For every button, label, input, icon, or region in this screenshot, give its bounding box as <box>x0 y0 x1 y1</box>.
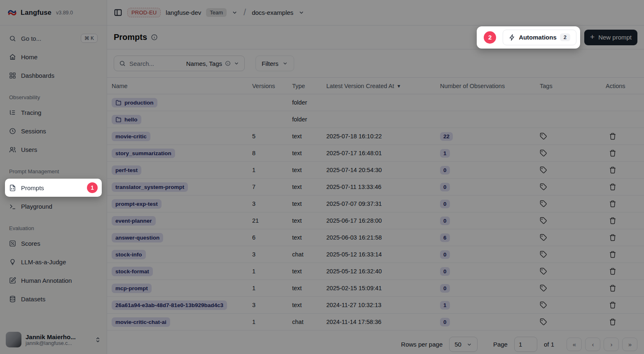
prompt-name-badge[interactable]: movie-critic-chat-ai <box>112 317 170 327</box>
delete-trash-icon[interactable] <box>609 284 616 292</box>
versions-cell: 1 <box>248 285 288 291</box>
prompt-name-badge[interactable]: perf-test <box>112 165 141 175</box>
sidebar-item-playground[interactable]: Playground <box>5 198 102 214</box>
sidebar-item-scores[interactable]: Scores <box>5 235 102 251</box>
sidebar-item-users[interactable]: Users <box>5 142 102 157</box>
table-row[interactable]: productionfolder <box>107 94 644 111</box>
column-header-created[interactable]: Latest Version Created At▼ <box>322 83 436 89</box>
new-prompt-button[interactable]: + New prompt <box>584 30 637 45</box>
table-row[interactable]: stock-format1text2025-05-12 16:32:400 <box>107 263 644 280</box>
folder-badge[interactable]: production <box>112 98 157 107</box>
delete-trash-icon[interactable] <box>609 251 616 258</box>
table-row[interactable]: answer-question6text2025-06-03 16:21:586 <box>107 229 644 246</box>
versions-cell: 6 <box>248 234 288 241</box>
table-row[interactable]: event-planner21text2025-06-17 16:28:000 <box>107 212 644 229</box>
prompts-file-icon <box>9 184 16 191</box>
delete-trash-icon[interactable] <box>609 301 616 309</box>
sidebar-toggle-icon[interactable] <box>114 8 122 17</box>
organization-name[interactable]: langfuse-dev <box>166 9 201 16</box>
pen-square-icon <box>9 277 16 284</box>
tag-icon[interactable] <box>540 284 547 292</box>
table-row[interactable]: story_summarization8text2025-07-17 16:48… <box>107 145 644 162</box>
rows-per-page-label: Rows per page <box>401 341 443 348</box>
sort-desc-icon: ▼ <box>396 84 401 88</box>
tag-icon[interactable] <box>540 301 547 309</box>
sidebar-item-dashboards[interactable]: Dashboards <box>5 68 102 83</box>
sidebar-item-home[interactable]: Home <box>5 49 102 65</box>
filters-button[interactable]: Filters <box>255 56 294 71</box>
versions-cell: 1 <box>248 167 288 173</box>
prompt-name-badge[interactable]: mcp-prompt <box>112 284 152 293</box>
created-cell: 2024-11-27 10:32:13 <box>322 302 436 308</box>
project-chevron-down-icon[interactable] <box>298 9 304 16</box>
delete-trash-icon[interactable] <box>609 318 616 326</box>
delete-trash-icon[interactable] <box>609 183 616 191</box>
delete-trash-icon[interactable] <box>609 200 616 207</box>
prompt-name-badge[interactable]: story_summarization <box>112 149 175 158</box>
tag-icon[interactable] <box>540 268 547 275</box>
tag-icon[interactable] <box>540 251 547 258</box>
next-page-button[interactable]: › <box>604 338 619 351</box>
tag-icon[interactable] <box>540 149 547 157</box>
tag-icon[interactable] <box>540 200 547 207</box>
table-row[interactable]: stock-info3chat2025-05-12 16:33:140 <box>107 246 644 263</box>
table-row[interactable]: perf-test1text2025-07-14 20:54:300 <box>107 162 644 179</box>
first-page-button[interactable]: « <box>567 338 582 351</box>
tag-icon[interactable] <box>540 318 547 326</box>
database-icon <box>9 296 16 303</box>
goto-search[interactable]: Go to... ⌘ K <box>5 30 102 46</box>
delete-trash-icon[interactable] <box>609 217 616 224</box>
org-chevron-down-icon[interactable] <box>232 9 238 16</box>
table-row[interactable]: prompt-exp-test3text2025-07-07 09:37:310 <box>107 196 644 212</box>
rows-per-page-select[interactable]: 50 <box>449 337 478 352</box>
table-row[interactable]: hellofolder <box>107 111 644 128</box>
prompt-name-badge[interactable]: stock-info <box>112 250 146 259</box>
search-input[interactable]: Search... Names, Tags <box>114 56 245 71</box>
prompt-name-badge[interactable]: prompt-exp-test <box>112 199 162 209</box>
dashboards-icon <box>9 72 16 79</box>
project-name[interactable]: docs-examples <box>252 9 293 16</box>
automations-button[interactable]: Automations 2 <box>503 30 576 45</box>
info-icon[interactable] <box>151 34 158 41</box>
sidebar-item-tracing[interactable]: Tracing <box>5 105 102 120</box>
prompt-name-badge[interactable]: translator_system-prompt <box>112 182 188 192</box>
goto-label: Go to... <box>21 35 41 42</box>
prompt-name-badge[interactable]: 26a61a94-e3ab-48d7-81e0-13b929bad4c3 <box>112 300 227 310</box>
tag-icon[interactable] <box>540 234 547 241</box>
sidebar-item-datasets[interactable]: Datasets <box>5 291 102 307</box>
pager-buttons: « ‹ › » <box>567 338 637 351</box>
tag-icon[interactable] <box>540 183 547 191</box>
table-row[interactable]: movie-critic5text2025-07-18 16:10:2222 <box>107 128 644 145</box>
delete-trash-icon[interactable] <box>609 133 616 140</box>
sidebar-item-sessions[interactable]: Sessions <box>5 123 102 139</box>
user-account-menu[interactable]: Jannik Maierho... jannik@langfuse.c... <box>0 326 107 354</box>
sidebar-item-prompts[interactable]: Prompts 1 <box>5 179 102 197</box>
versions-cell: 7 <box>248 184 288 190</box>
tag-icon[interactable] <box>540 166 547 174</box>
prompt-name-badge[interactable]: event-planner <box>112 216 156 226</box>
table-row[interactable]: movie-critic-chat-ai1chat2024-11-14 17:5… <box>107 314 644 331</box>
page-number-input[interactable] <box>514 337 537 352</box>
folder-badge[interactable]: hello <box>112 115 141 124</box>
created-cell: 2025-07-07 09:37:31 <box>322 200 436 207</box>
tag-icon[interactable] <box>540 133 547 140</box>
prev-page-button[interactable]: ‹ <box>585 338 600 351</box>
observations-count-badge: 0 <box>440 217 450 225</box>
last-page-button[interactable]: » <box>622 338 637 351</box>
delete-trash-icon[interactable] <box>609 149 616 157</box>
delete-trash-icon[interactable] <box>609 166 616 174</box>
sidebar-item-llm-judge[interactable]: LLM-as-a-Judge <box>5 254 102 270</box>
type-cell: text <box>288 150 322 156</box>
delete-trash-icon[interactable] <box>609 268 616 275</box>
created-cell: 2025-07-14 20:54:30 <box>322 167 436 173</box>
tag-icon[interactable] <box>540 217 547 224</box>
search-scope-select[interactable]: Names, Tags <box>186 60 239 67</box>
table-row[interactable]: mcp-prompt1text2025-02-15 15:09:410 <box>107 280 644 297</box>
prompt-name-badge[interactable]: movie-critic <box>112 132 150 141</box>
sidebar-item-human-annotation[interactable]: Human Annotation <box>5 272 102 288</box>
prompt-name-badge[interactable]: stock-format <box>112 267 153 276</box>
delete-trash-icon[interactable] <box>609 234 616 241</box>
prompt-name-badge[interactable]: answer-question <box>112 233 163 242</box>
table-row[interactable]: 26a61a94-e3ab-48d7-81e0-13b929bad4c33tex… <box>107 297 644 314</box>
table-row[interactable]: translator_system-prompt7text2025-07-11 … <box>107 179 644 196</box>
